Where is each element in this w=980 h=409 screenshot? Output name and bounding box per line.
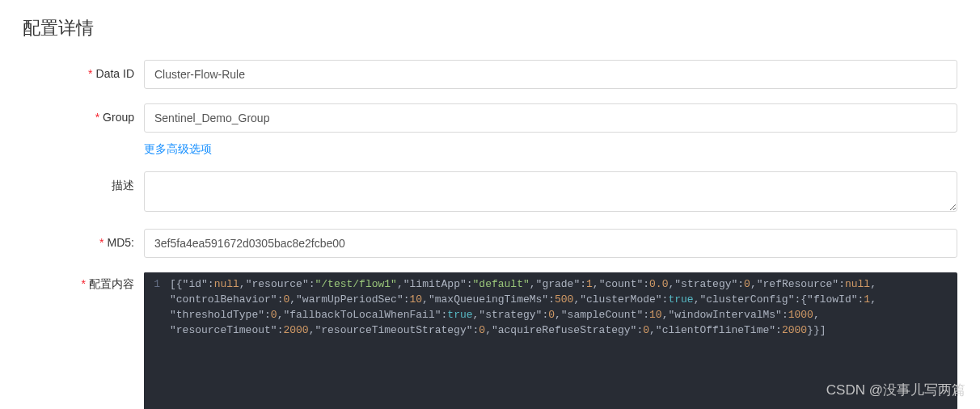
label-description: 描述 xyxy=(23,171,144,193)
description-input[interactable] xyxy=(144,171,957,212)
label-data-id: *Data ID xyxy=(23,60,144,80)
group-input[interactable] xyxy=(144,103,957,133)
row-md5: *MD5: xyxy=(23,229,957,258)
label-md5: *MD5: xyxy=(23,229,144,249)
data-id-input[interactable] xyxy=(144,60,957,89)
row-group: *Group xyxy=(23,103,957,133)
row-content: *配置内容 1 [{"id":null,"resource":"/test/fl… xyxy=(23,272,957,409)
editor-content[interactable]: [{"id":null,"resource":"/test/flow1","li… xyxy=(167,272,957,409)
editor-gutter: 1 xyxy=(144,272,167,409)
label-group: *Group xyxy=(23,103,144,124)
page-title: 配置详情 xyxy=(23,16,957,40)
row-more-options: 更多高级选项 xyxy=(23,141,957,157)
label-content: *配置内容 xyxy=(23,272,144,292)
row-data-id: *Data ID xyxy=(23,60,957,89)
md5-input[interactable] xyxy=(144,229,957,258)
row-description: 描述 xyxy=(23,171,957,214)
content-code-editor[interactable]: 1 [{"id":null,"resource":"/test/flow1","… xyxy=(144,272,957,409)
more-options-link[interactable]: 更多高级选项 xyxy=(144,141,212,157)
config-detail-form: 配置详情 *Data ID *Group 更多高级选项 描述 *MD5: *配置… xyxy=(0,0,980,409)
